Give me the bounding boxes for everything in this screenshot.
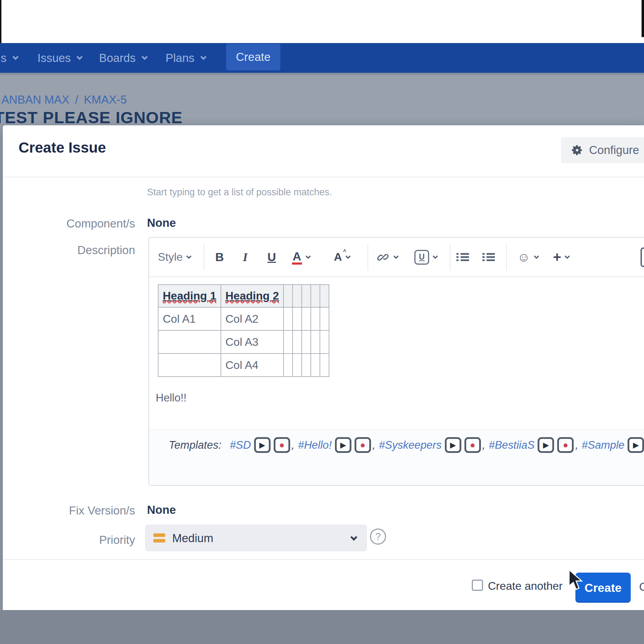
template-play-button[interactable]: ▶ [254,437,271,453]
nav-item-plans[interactable]: Plans [166,43,205,73]
underline-button[interactable]: U [267,238,276,276]
table-cell: Col A1 [158,307,221,330]
play-icon: ▶ [450,441,456,450]
template-link-hello[interactable]: #Hello! [298,439,332,451]
toolbar-partial-icon [640,247,644,267]
breadcrumb-project-link[interactable]: ANBAN MAX [1,93,69,106]
table-row: Col A1 Col A2 [158,307,329,330]
template-record-button[interactable]: ● [274,437,290,453]
nav-item-label: Boards [99,43,136,73]
link-icon [376,251,390,263]
chevron-down-icon [12,54,19,60]
page-title: TEST PLEASE IGNORE [0,108,183,127]
insert-more-dropdown[interactable]: + [553,238,568,276]
insert-media-dropdown[interactable]: U [414,238,436,276]
window-edge-left [0,0,1,43]
style-dropdown[interactable]: Style [158,238,190,276]
toolbar-separator [368,244,368,271]
navbar-shadow [0,73,644,75]
configure-label: Configure [589,144,639,157]
description-field-label: Description [9,244,135,257]
priority-select[interactable]: Medium [145,525,367,551]
window-edge-right [642,0,644,37]
separator-comma: , [482,439,485,451]
breadcrumb: ANBAN MAX / KMAX-5 [1,93,127,106]
chevron-down-icon [141,54,148,60]
cancel-link-partial[interactable]: C [639,580,644,594]
breadcrumb-issue-link[interactable]: KMAX-5 [84,93,127,106]
configure-fields-button[interactable]: Configure [561,137,644,163]
emoji-icon: ☺ [517,250,530,265]
description-editor[interactable]: Style B I U A A˄ [148,237,644,486]
template-play-button[interactable]: ▶ [538,437,554,453]
breadcrumb-separator: / [75,93,78,106]
chevron-down-icon [345,254,351,259]
font-size-dropdown[interactable]: A˄ [334,238,349,276]
numbered-list-button[interactable] [482,238,496,276]
toolbar-separator [204,244,204,271]
text-color-dropdown[interactable]: A [292,238,309,276]
gear-icon [571,144,583,156]
nav-item-label: Plans [166,43,195,73]
template-play-button[interactable]: ▶ [628,437,644,453]
font-size-icon: A˄ [334,251,342,264]
record-icon: ● [360,440,366,450]
templates-label: Templates: [169,439,222,451]
modal-title: Create Issue [19,139,106,156]
table-cell [158,330,221,354]
top-white-band [0,0,644,43]
separator-comma: , [292,439,295,451]
table-cell: Col A2 [221,307,284,330]
record-icon: ● [279,440,285,450]
insert-media-icon: U [414,250,429,265]
nav-item-label: Issues [37,43,71,73]
editor-body-text[interactable]: Hello!! [156,392,187,404]
play-icon: ▶ [633,441,639,450]
priority-medium-icon [153,532,165,544]
template-link-syskeepers[interactable]: #Syskeepers [379,439,442,451]
nav-create-button[interactable]: Create [226,44,280,70]
priority-help-icon[interactable]: ? [370,528,386,545]
chevron-down-icon [534,254,539,259]
table-row: Col A4 [158,354,329,377]
nav-item-projects-partial[interactable]: s [1,43,17,73]
template-play-button[interactable]: ▶ [445,437,461,453]
bold-button[interactable]: B [215,238,224,276]
template-link-bestiias[interactable]: #BestiiaS [489,439,534,451]
templates-row: Templates: #SD ▶ ● , #Hello! ▶ ● , #Sysk… [169,437,644,453]
priority-selected-value: Medium [172,525,213,552]
toolbar-separator [450,244,450,271]
italic-button[interactable]: I [243,238,247,276]
plus-icon: + [553,249,561,265]
chevron-down-icon [393,254,399,259]
create-another-checkbox[interactable] [472,580,483,591]
chevron-down-icon [565,254,570,259]
template-record-button[interactable]: ● [355,437,371,453]
create-button[interactable]: Create [575,573,631,603]
description-table[interactable]: Heading 1 Heading 2 Col A1 Col A2 Col A3… [158,284,329,377]
modal-footer-divider [3,559,644,560]
top-navbar: s Issues Boards Plans Create [0,43,644,73]
field-helper-text: Start typing to get a list of possible m… [147,187,332,198]
table-header-cell: Heading 1 [163,289,216,302]
link-dropdown[interactable] [376,238,397,276]
nav-item-boards[interactable]: Boards [99,43,146,73]
nav-item-issues[interactable]: Issues [37,43,81,73]
bullet-list-button[interactable] [456,238,470,276]
table-header-row: Heading 1 Heading 2 [158,285,329,307]
play-icon: ▶ [543,441,549,450]
play-icon: ▶ [259,441,265,450]
template-play-button[interactable]: ▶ [335,437,351,453]
separator-comma: , [372,439,376,451]
separator-comma: , [575,439,578,451]
template-record-button[interactable]: ● [464,437,481,453]
template-link-sample[interactable]: #Sample [582,439,624,451]
numbered-list-icon [482,252,496,262]
template-record-button[interactable]: ● [557,437,574,453]
page-background-bottom [0,610,644,644]
emoji-dropdown[interactable]: ☺ [517,238,538,276]
template-link-sd[interactable]: #SD [230,439,251,451]
chevron-down-icon [186,254,192,259]
create-issue-modal: Create Issue Configure Start typing to g… [3,125,644,610]
components-field-value: None [147,216,176,230]
